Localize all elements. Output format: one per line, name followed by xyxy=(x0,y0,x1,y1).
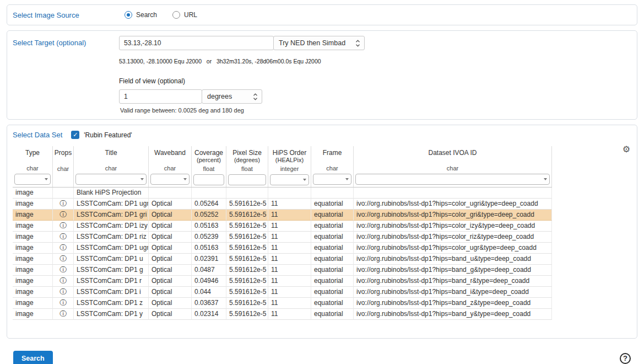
cell-props: ⓘ xyxy=(53,232,74,243)
info-icon[interactable]: ⓘ xyxy=(59,266,67,274)
column-filter-ivoa_id[interactable] xyxy=(355,174,550,185)
cell-frame: equatorial xyxy=(311,199,354,210)
table-row[interactable]: imageⓘLSSTComCam: DP1 rOptical0.049465.5… xyxy=(13,276,552,287)
column-header-hips_order[interactable]: HiPS Order(HEALPix)integer xyxy=(268,146,311,187)
column-header-coverage[interactable]: Coverage(percent)float xyxy=(192,146,226,187)
table-row[interactable]: imageⓘLSSTComCam: DP1 griOptical0.052525… xyxy=(13,210,552,221)
cell-ivoa_id: ivo://org.rubinobs/lsst-dp1?hips=band_y&… xyxy=(354,309,552,320)
column-filter-input-frame[interactable] xyxy=(313,174,351,185)
column-filter-input-ivoa_id[interactable] xyxy=(355,174,550,185)
table-row[interactable]: imageⓘLSSTComCam: DP1 gOptical0.04875.59… xyxy=(13,265,552,276)
info-icon[interactable]: ⓘ xyxy=(59,277,67,285)
cell-coverage: 0.05264 xyxy=(192,199,226,210)
info-icon[interactable]: ⓘ xyxy=(59,288,67,296)
column-filter-pixel_size[interactable] xyxy=(228,174,266,185)
table-row[interactable]: imageⓘLSSTComCam: DP1 ugriOptical0.05264… xyxy=(13,199,552,210)
column-header-waveband[interactable]: Wavebandchar xyxy=(149,146,192,187)
target-input[interactable] xyxy=(119,36,274,50)
cell-type: image xyxy=(13,221,53,232)
info-icon[interactable]: ⓘ xyxy=(59,200,67,207)
cell-title: LSSTComCam: DP1 i xyxy=(74,287,149,298)
image-source-radio-group: Search URL xyxy=(125,11,197,19)
table-row[interactable]: imageⓘLSSTComCam: DP1 rizOptical0.052395… xyxy=(13,232,552,243)
cell-title: LSSTComCam: DP1 ugri xyxy=(74,199,149,210)
table-row[interactable]: imageⓘLSSTComCam: DP1 uOptical0.023915.5… xyxy=(13,254,552,265)
column-filter-title[interactable] xyxy=(75,174,147,185)
cell-pixel_size: 5.591612e-5 xyxy=(226,243,268,254)
fov-unit-select[interactable]: degrees xyxy=(202,89,262,104)
target-form: Try NED then Simbad 53.13000, -28.10000 … xyxy=(119,36,365,114)
settings-gear-icon[interactable]: ⚙ xyxy=(623,145,630,154)
column-filter-frame[interactable] xyxy=(313,174,351,185)
info-icon[interactable]: ⓘ xyxy=(59,244,67,251)
cell-hips_order: 11 xyxy=(268,221,311,232)
table-row[interactable]: imageⓘLSSTComCam: DP1 zOptical0.036375.5… xyxy=(13,298,552,309)
target-row: Try NED then Simbad xyxy=(119,36,365,50)
column-filter-input-pixel_size[interactable] xyxy=(228,174,266,185)
info-icon[interactable]: ⓘ xyxy=(59,233,67,240)
column-filter-waveband[interactable] xyxy=(150,174,190,185)
info-icon[interactable]: ⓘ xyxy=(59,222,67,229)
table-row[interactable]: imageⓘLSSTComCam: DP1 ugrOptical0.051635… xyxy=(13,243,552,254)
column-filter-hips_order[interactable] xyxy=(270,174,309,185)
table-row[interactable]: imageBlank HiPS Projection xyxy=(13,188,552,199)
cell-type: image xyxy=(13,287,53,298)
search-button[interactable]: Search xyxy=(13,351,53,364)
cell-frame: equatorial xyxy=(311,309,354,320)
radio-url-label: URL xyxy=(184,11,197,19)
cell-ivoa_id: ivo://org.rubinobs/lsst-dp1?hips=band_u&… xyxy=(354,254,552,265)
image-search-page: Select Image Source Search URL Select Ta… xyxy=(0,0,644,364)
info-icon[interactable]: ⓘ xyxy=(59,211,67,218)
fov-valid-range-hint: Valid range between: 0.0025 deg and 180 … xyxy=(119,107,244,114)
cell-props: ⓘ xyxy=(53,287,74,298)
cell-ivoa_id: ivo://org.rubinobs/lsst-dp1?hips=band_g&… xyxy=(354,265,552,276)
rubin-featured-checkbox[interactable]: ✓ xyxy=(71,131,79,139)
column-filter-input-coverage[interactable] xyxy=(193,174,224,185)
cell-type: image xyxy=(13,309,53,320)
column-header-pixel_size[interactable]: Pixel Size(degrees)float xyxy=(226,146,268,187)
cell-ivoa_id: ivo://org.rubinobs/lsst-dp1?hips=color_u… xyxy=(354,243,552,254)
cell-waveband: Optical xyxy=(149,243,192,254)
help-icon[interactable]: ? xyxy=(620,353,631,364)
cell-waveband: Optical xyxy=(149,221,192,232)
column-filter-input-waveband[interactable] xyxy=(150,174,190,185)
cell-type: image xyxy=(13,276,53,287)
cell-type: image xyxy=(13,232,53,243)
resolver-select[interactable]: Try NED then Simbad xyxy=(273,36,365,50)
column-filter-input-hips_order[interactable] xyxy=(270,174,309,185)
column-header-frame[interactable]: Framechar xyxy=(311,146,354,187)
column-header-type[interactable]: Typechar xyxy=(13,146,53,187)
cell-waveband: Optical xyxy=(149,276,192,287)
cell-coverage: 0.05252 xyxy=(192,210,226,221)
cell-props: ⓘ xyxy=(53,210,74,221)
cell-waveband: Optical xyxy=(149,298,192,309)
cell-props: ⓘ xyxy=(53,254,74,265)
info-icon[interactable]: ⓘ xyxy=(59,255,67,263)
table-row[interactable]: imageⓘLSSTComCam: DP1 iOptical0.0445.591… xyxy=(13,287,552,298)
column-filter-coverage[interactable] xyxy=(193,174,224,185)
cell-props: ⓘ xyxy=(53,309,74,320)
target-label: Select Target (optional) xyxy=(13,36,119,114)
table-row[interactable]: imageⓘLSSTComCam: DP1 yOptical0.023145.5… xyxy=(13,309,552,320)
radio-option-url[interactable]: URL xyxy=(172,11,197,19)
radio-option-search[interactable]: Search xyxy=(125,11,157,19)
fov-label: Field of view (optional) xyxy=(119,77,185,85)
column-filter-input-title[interactable] xyxy=(75,174,147,185)
fov-input[interactable] xyxy=(119,89,202,104)
info-icon[interactable]: ⓘ xyxy=(59,310,67,318)
column-header-props[interactable]: Propschar xyxy=(53,146,74,187)
cell-coverage: 0.03637 xyxy=(192,298,226,309)
cell-hips_order: 11 xyxy=(268,309,311,320)
column-subname: (percent) xyxy=(197,157,221,164)
column-header-title[interactable]: Titlechar xyxy=(74,146,149,187)
column-header-ivoa_id[interactable]: Dataset IVOA IDchar xyxy=(354,146,552,187)
table-row[interactable]: imageⓘLSSTComCam: DP1 izyOptical0.051635… xyxy=(13,221,552,232)
table-header-row: TypecharPropscharTitlecharWavebandcharCo… xyxy=(13,146,552,188)
info-icon[interactable]: ⓘ xyxy=(59,299,67,307)
cell-waveband xyxy=(149,188,192,199)
column-filter-input-type[interactable] xyxy=(14,174,51,185)
cell-props: ⓘ xyxy=(53,221,74,232)
up-down-chevrons-icon xyxy=(355,39,360,47)
column-subname: (HEALPix) xyxy=(275,157,304,164)
column-filter-type[interactable] xyxy=(14,174,51,185)
